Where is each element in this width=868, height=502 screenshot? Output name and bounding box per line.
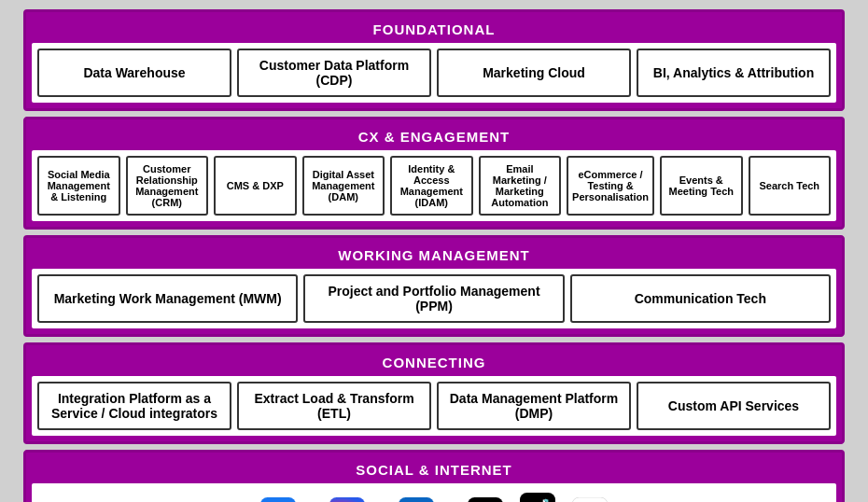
instagram-icon (329, 497, 365, 502)
card-api: Custom API Services (637, 382, 831, 430)
twitter-icon (468, 497, 503, 502)
svg-rect-0 (260, 497, 296, 502)
connecting-cards: Integration Platform as a Service / Clou… (32, 376, 836, 436)
card-dmp: Data Management Platform (DMP) (437, 382, 631, 430)
card-bi-analytics: BI, Analytics & Attribution (637, 49, 831, 97)
card-cdp: Customer Data Platform (CDP) (237, 49, 431, 97)
card-mwm: Marketing Work Management (MWM) (37, 274, 298, 323)
card-comm-tech: Communication Tech (570, 274, 831, 323)
svg-rect-5 (399, 497, 434, 502)
svg-rect-6 (468, 497, 503, 502)
svg-rect-1 (329, 497, 365, 502)
foundational-cards: Data Warehouse Customer Data Platform (C… (32, 43, 836, 103)
diagram-container: FOUNDATIONAL Data Warehouse Customer Dat… (14, 0, 854, 502)
card-data-warehouse: Data Warehouse (37, 49, 231, 97)
card-dam: Digital Asset Management (DAM) (302, 156, 385, 216)
card-idam: Identity & Access Management (IDAM) (390, 156, 473, 216)
social-title: SOCIAL & INTERNET (32, 458, 836, 483)
facebook-icon (260, 497, 296, 502)
svg-rect-8 (572, 497, 608, 502)
card-etl: Extract Load & Transform (ETL) (237, 382, 431, 430)
cx-title: CX & ENGAGEMENT (32, 125, 836, 150)
card-marketing-cloud: Marketing Cloud (437, 49, 631, 97)
cx-section: CX & ENGAGEMENT Social Media Management … (23, 117, 845, 230)
linkedin-icon (399, 497, 434, 502)
working-title: WORKING MANAGEMENT (32, 244, 836, 269)
card-events: Events & Meeting Tech (660, 156, 743, 216)
card-search: Search Tech (749, 156, 832, 216)
foundational-title: FOUNDATIONAL (32, 18, 836, 43)
connecting-title: CONNECTING (32, 351, 836, 376)
cx-cards: Social Media Management & Listening Cust… (32, 150, 836, 221)
social-section: SOCIAL & INTERNET (23, 450, 845, 502)
card-ppm: Project and Portfolio Management (PPM) (303, 274, 564, 323)
card-crm: Customer Relationship Management (CRM) (126, 156, 209, 216)
working-section: WORKING MANAGEMENT Marketing Work Manage… (23, 235, 845, 337)
svg-rect-7 (520, 493, 555, 502)
card-ecommerce: eCommerce / Testing & Personalisation (567, 156, 654, 216)
working-cards: Marketing Work Management (MWM) Project … (32, 269, 836, 328)
card-cms: CMS & DXP (214, 156, 297, 216)
card-ipaas: Integration Platform as a Service / Clou… (37, 382, 231, 430)
social-icons-row: TikTok (32, 483, 836, 502)
connecting-section: CONNECTING Integration Platform as a Ser… (23, 342, 845, 444)
card-social-media: Social Media Management & Listening (37, 156, 120, 216)
google-icon (572, 497, 608, 502)
foundational-section: FOUNDATIONAL Data Warehouse Customer Dat… (23, 9, 845, 111)
card-email-marketing: Email Marketing / Marketing Automation (479, 156, 562, 216)
tiktok-icon: TikTok (520, 493, 555, 502)
